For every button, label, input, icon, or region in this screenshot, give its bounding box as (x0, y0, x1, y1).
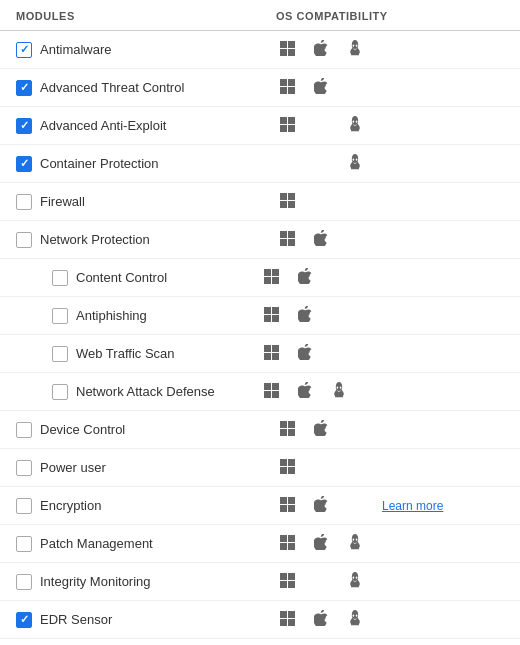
svg-rect-41 (272, 391, 279, 398)
svg-rect-53 (288, 497, 295, 504)
row-integrity-monitoring: Integrity Monitoring (0, 563, 520, 601)
svg-rect-65 (288, 581, 295, 588)
os-icons (276, 78, 504, 97)
win-icon (276, 459, 298, 477)
checkbox-advanced-anti-exploit[interactable]: ✓ (16, 118, 32, 134)
win-icon (276, 79, 298, 97)
svg-rect-27 (272, 269, 279, 276)
apple-icon (294, 268, 316, 287)
row-antiphishing: Antiphishing (0, 297, 520, 335)
svg-rect-64 (280, 581, 287, 588)
svg-rect-1 (288, 41, 295, 48)
checkbox-firewall[interactable] (16, 194, 32, 210)
checkbox-content-control[interactable] (52, 270, 68, 286)
checkbox-advanced-threat-control[interactable]: ✓ (16, 80, 32, 96)
checkbox-power-user[interactable] (16, 460, 32, 476)
os-icons (276, 534, 504, 553)
row-edr-sensor: ✓ EDR Sensor (0, 601, 520, 639)
apple-icon (310, 230, 332, 249)
svg-point-72 (353, 614, 355, 616)
os-icons (276, 459, 504, 477)
svg-rect-68 (280, 611, 287, 618)
checkbox-integrity-monitoring[interactable] (16, 574, 32, 590)
row-content-control: Content Control (0, 259, 520, 297)
os-icons (260, 382, 504, 401)
svg-rect-37 (272, 353, 279, 360)
checkbox-container-protection[interactable]: ✓ (16, 156, 32, 172)
checkbox-edr-sensor[interactable]: ✓ (16, 612, 32, 628)
checkbox-web-traffic-scan[interactable] (52, 346, 68, 362)
module-name: Advanced Threat Control (40, 80, 184, 95)
row-encryption: Encryption Learn more (0, 487, 520, 525)
checkbox-antimalware[interactable]: ✓ (16, 42, 32, 58)
module-name: Network Protection (40, 232, 150, 247)
win-icon (276, 41, 298, 59)
svg-rect-51 (288, 467, 295, 474)
apple-icon (310, 496, 332, 515)
svg-rect-3 (288, 49, 295, 56)
apple-icon (294, 344, 316, 363)
linux-icon (328, 382, 350, 401)
svg-rect-25 (288, 239, 295, 246)
module-checkbox-wrap: Device Control (16, 422, 276, 438)
module-name: Encryption (40, 498, 101, 513)
svg-point-17 (356, 158, 358, 160)
svg-rect-12 (280, 125, 287, 132)
row-network-attack-defense: Network Attack Defense (0, 373, 520, 411)
module-name: Integrity Monitoring (40, 574, 151, 589)
module-checkbox-wrap: Firewall (16, 194, 276, 210)
svg-point-66 (353, 576, 355, 578)
checkbox-patch-management[interactable] (16, 536, 32, 552)
linux-icon (344, 40, 366, 59)
modules-column-header: MODULES (16, 10, 276, 22)
checkbox-network-protection[interactable] (16, 232, 32, 248)
os-icons (276, 420, 504, 439)
apple-icon (294, 382, 316, 401)
os-icons (260, 344, 504, 363)
row-web-traffic-scan: Web Traffic Scan (0, 335, 520, 373)
svg-rect-52 (280, 497, 287, 504)
svg-rect-26 (264, 269, 271, 276)
linux-icon (344, 610, 366, 629)
svg-point-61 (356, 538, 358, 540)
svg-rect-11 (288, 117, 295, 124)
module-checkbox-wrap: Integrity Monitoring (16, 574, 276, 590)
win-icon (276, 497, 298, 515)
svg-rect-7 (288, 79, 295, 86)
svg-rect-13 (288, 125, 295, 132)
module-checkbox-wrap: ✓ Advanced Threat Control (16, 80, 276, 96)
svg-rect-8 (280, 87, 287, 94)
svg-rect-35 (272, 345, 279, 352)
svg-rect-19 (288, 193, 295, 200)
os-column-header: OS COMPATIBILITY (276, 10, 504, 22)
module-checkbox-wrap: ✓ Antimalware (16, 42, 276, 58)
svg-rect-55 (288, 505, 295, 512)
apple-icon (310, 420, 332, 439)
win-icon (276, 421, 298, 439)
checkbox-encryption[interactable] (16, 498, 32, 514)
linux-icon (344, 572, 366, 591)
os-icons (276, 154, 504, 173)
svg-rect-31 (272, 307, 279, 314)
module-checkbox-wrap: Power user (16, 460, 276, 476)
checkbox-network-attack-defense[interactable] (52, 384, 68, 400)
module-name: Advanced Anti-Exploit (40, 118, 166, 133)
row-patch-management: Patch Management (0, 525, 520, 563)
svg-point-67 (356, 576, 358, 578)
learn-more-link[interactable]: Learn more (382, 499, 443, 513)
os-icons (276, 193, 504, 211)
module-checkbox-wrap: ✓ Container Protection (16, 156, 276, 172)
svg-rect-24 (280, 239, 287, 246)
checkbox-device-control[interactable] (16, 422, 32, 438)
svg-rect-50 (280, 467, 287, 474)
svg-rect-47 (288, 429, 295, 436)
win-icon (276, 535, 298, 553)
svg-rect-21 (288, 201, 295, 208)
svg-rect-39 (272, 383, 279, 390)
svg-rect-62 (280, 573, 287, 580)
checkbox-antiphishing[interactable] (52, 308, 68, 324)
svg-rect-40 (264, 391, 271, 398)
svg-rect-18 (280, 193, 287, 200)
row-device-control: Device Control (0, 411, 520, 449)
win-icon (260, 383, 282, 401)
